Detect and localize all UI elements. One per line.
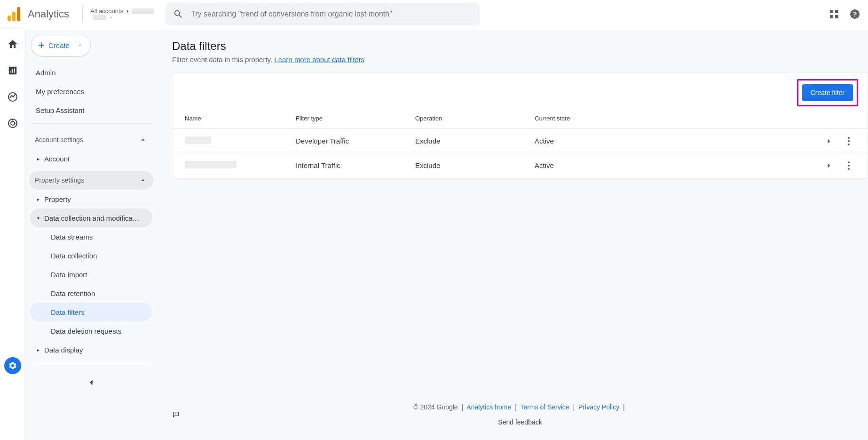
nav-property[interactable]: ▸Property bbox=[30, 190, 152, 208]
nav-data-import[interactable]: Data import bbox=[30, 265, 152, 284]
table-row[interactable]: Internal Traffic Exclude Active bbox=[173, 153, 868, 178]
learn-more-link[interactable]: Learn more about data filters bbox=[274, 56, 364, 64]
svg-rect-5 bbox=[14, 68, 15, 72]
nav-section-account[interactable]: Account settings bbox=[29, 130, 153, 149]
nav-data-deletion[interactable]: Data deletion requests bbox=[30, 321, 152, 340]
col-type: Filter type bbox=[292, 109, 411, 129]
help-icon[interactable]: ? bbox=[849, 8, 860, 20]
page-footer: © 2024 Google | Analytics home | Terms o… bbox=[172, 397, 868, 432]
nav-data-collection[interactable]: Data collection bbox=[30, 246, 152, 265]
topbar-icons: ? bbox=[829, 8, 860, 20]
nav-data-collection-group[interactable]: ▾Data collection and modifica… bbox=[30, 208, 152, 227]
nav-data-streams[interactable]: Data streams bbox=[30, 227, 152, 246]
redacted-filter-name bbox=[185, 136, 211, 144]
caret-down-icon bbox=[109, 16, 113, 19]
more-options-icon[interactable] bbox=[848, 161, 850, 170]
footer-privacy-link[interactable]: Privacy Policy bbox=[578, 403, 619, 411]
footer-terms-link[interactable]: Terms of Service bbox=[520, 403, 569, 411]
collapse-nav-icon[interactable] bbox=[86, 377, 97, 388]
search-bar[interactable] bbox=[166, 3, 480, 25]
col-state: Current state bbox=[531, 109, 650, 129]
nav-data-retention[interactable]: Data retention bbox=[30, 284, 152, 303]
col-name: Name bbox=[173, 109, 292, 129]
chevron-right-icon[interactable] bbox=[824, 136, 834, 146]
redacted-filter-name bbox=[185, 161, 237, 168]
main-content: Data filters Filter event data in this p… bbox=[157, 28, 868, 440]
explore-icon[interactable] bbox=[6, 90, 19, 104]
nav-admin[interactable]: Admin bbox=[30, 63, 152, 82]
filters-table: Name Filter type Operation Current state… bbox=[173, 109, 868, 178]
chevron-up-icon bbox=[138, 135, 148, 144]
plus-icon: + bbox=[38, 40, 45, 51]
create-filter-highlight: Create filter bbox=[797, 79, 858, 106]
more-options-icon[interactable] bbox=[848, 137, 850, 145]
create-button[interactable]: + Create bbox=[31, 34, 91, 56]
reports-icon[interactable] bbox=[6, 64, 19, 77]
svg-rect-4 bbox=[12, 69, 13, 72]
caret-down-icon bbox=[77, 42, 83, 48]
svg-point-8 bbox=[11, 121, 15, 125]
brand-name: Analytics bbox=[28, 8, 69, 20]
analytics-logo-icon bbox=[8, 7, 20, 21]
divider bbox=[82, 6, 83, 22]
settings-fab-icon[interactable] bbox=[4, 357, 21, 374]
nav-data-filters[interactable]: Data filters bbox=[30, 303, 152, 321]
svg-point-9 bbox=[175, 415, 176, 415]
page-title: Data filters bbox=[172, 40, 868, 53]
nav-data-display[interactable]: ▸Data display bbox=[30, 340, 152, 359]
search-input[interactable] bbox=[191, 10, 472, 18]
filters-card: Create filter Name Filter type Operation… bbox=[172, 72, 868, 178]
account-all-accounts-label: All accounts bbox=[90, 8, 123, 15]
nav-setup-assistant[interactable]: Setup Assistant bbox=[30, 101, 152, 120]
account-picker[interactable]: All accounts bbox=[90, 8, 156, 20]
create-button-label: Create bbox=[48, 41, 70, 49]
chevron-right-icon[interactable] bbox=[824, 161, 834, 170]
redacted-account-text bbox=[132, 8, 154, 14]
top-bar: Analytics All accounts ? bbox=[0, 0, 868, 28]
left-rail bbox=[0, 28, 25, 440]
footer-analytics-home-link[interactable]: Analytics home bbox=[466, 403, 511, 411]
chevron-up-icon bbox=[138, 176, 148, 185]
nav-section-property[interactable]: Property settings bbox=[29, 171, 153, 190]
home-icon[interactable] bbox=[6, 38, 19, 51]
svg-rect-3 bbox=[10, 71, 11, 73]
table-row[interactable]: Developer Traffic Exclude Active bbox=[173, 129, 868, 153]
search-icon bbox=[173, 9, 183, 19]
chevron-right-icon bbox=[124, 8, 131, 15]
apps-grid-icon[interactable] bbox=[829, 8, 840, 20]
nav-my-preferences[interactable]: My preferences bbox=[30, 82, 152, 101]
create-filter-button[interactable]: Create filter bbox=[802, 84, 853, 101]
nav-account[interactable]: ▸Account bbox=[30, 149, 152, 168]
redacted-property-text bbox=[93, 15, 106, 20]
svg-text:?: ? bbox=[853, 10, 857, 18]
col-operation: Operation bbox=[411, 109, 531, 129]
page-subtitle: Filter event data in this property. Lear… bbox=[172, 56, 868, 64]
admin-sidenav: + Create Admin My preferences Setup Assi… bbox=[25, 28, 157, 440]
send-feedback-button[interactable]: Send feedback bbox=[172, 411, 868, 426]
advertising-icon[interactable] bbox=[6, 117, 19, 130]
